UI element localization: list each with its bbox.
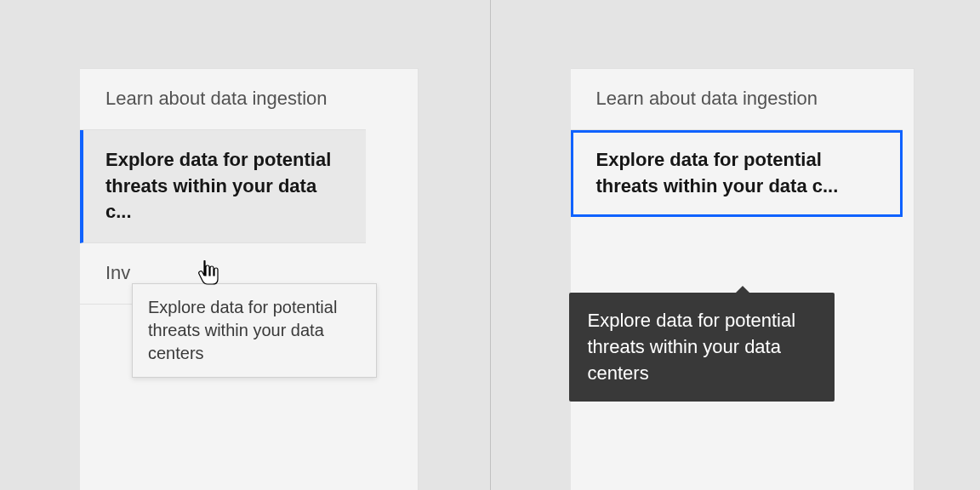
right-example-panel: Learn about data ingestion Explore data …	[491, 0, 981, 490]
list-item-learn-ingestion[interactable]: Learn about data ingestion	[571, 69, 903, 130]
left-example-panel: Learn about data ingestion Explore data …	[0, 0, 490, 490]
left-list-panel: Learn about data ingestion Explore data …	[80, 68, 419, 490]
tooltip-carbon-component: Explore data for potential threats withi…	[569, 293, 835, 402]
right-list-panel: Learn about data ingestion Explore data …	[571, 68, 914, 490]
tooltip-browser-default: Explore data for potential threats withi…	[132, 283, 377, 378]
list-item-learn-ingestion[interactable]: Learn about data ingestion	[80, 69, 366, 130]
list-item-explore-threats[interactable]: Explore data for potential threats withi…	[80, 130, 366, 243]
list-item-explore-threats[interactable]: Explore data for potential threats withi…	[571, 130, 903, 218]
